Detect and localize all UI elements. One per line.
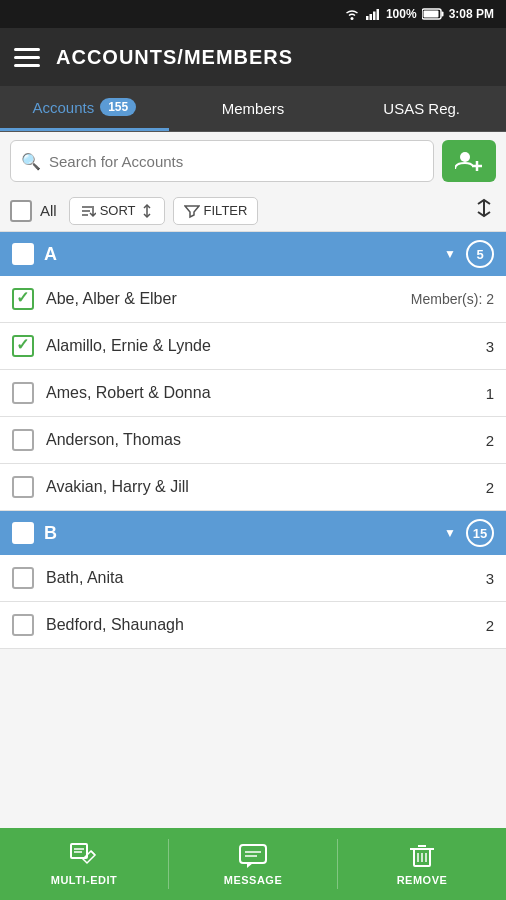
section-a-letter: A <box>44 244 432 265</box>
sort-icon <box>80 203 96 219</box>
list-item: Alamillo, Ernie & Lynde 3 <box>0 323 506 370</box>
time-text: 3:08 PM <box>449 7 494 21</box>
trash-icon <box>407 842 437 870</box>
sort-button[interactable]: SORT <box>69 197 165 225</box>
list-item: Avakian, Harry & Jill 2 <box>0 464 506 511</box>
account-checkbox-ames[interactable] <box>12 382 34 404</box>
account-count-anderson: 2 <box>486 432 494 449</box>
sort-direction-icon <box>140 203 154 219</box>
tab-accounts[interactable]: Accounts 155 <box>0 86 169 131</box>
signal-icon <box>365 7 381 21</box>
svg-line-18 <box>91 851 95 855</box>
section-a-header: A ▼ 5 <box>0 232 506 276</box>
search-input[interactable] <box>49 153 423 170</box>
list-item: Bedford, Shaunagh 2 <box>0 602 506 649</box>
message-label: MESSAGE <box>224 874 283 886</box>
section-a-count: 5 <box>466 240 494 268</box>
tab-accounts-label: Accounts <box>32 99 94 116</box>
tabs-bar: Accounts 155 Members USAS Reg. <box>0 86 506 132</box>
account-name-ames: Ames, Robert & Donna <box>46 384 474 402</box>
filter-icon <box>184 203 200 219</box>
account-members-abe: Member(s): 2 <box>411 291 494 307</box>
account-count-ames: 1 <box>486 385 494 402</box>
section-b-checkbox[interactable] <box>12 522 34 544</box>
section-b-header: B ▼ 15 <box>0 511 506 555</box>
account-count-bedford: 2 <box>486 617 494 634</box>
message-icon <box>238 842 268 870</box>
filter-label: FILTER <box>204 203 248 218</box>
account-checkbox-alamillo[interactable] <box>12 335 34 357</box>
section-b-letter: B <box>44 523 432 544</box>
account-checkbox-abe[interactable] <box>12 288 34 310</box>
remove-button[interactable]: REMOVE <box>338 828 506 900</box>
svg-rect-19 <box>240 845 266 863</box>
list-item: Ames, Robert & Donna 1 <box>0 370 506 417</box>
account-name-alamillo: Alamillo, Ernie & Lynde <box>46 337 474 355</box>
svg-rect-15 <box>71 844 87 858</box>
all-label: All <box>40 202 57 219</box>
account-checkbox-avakian[interactable] <box>12 476 34 498</box>
add-account-icon <box>455 149 483 173</box>
select-all-checkbox[interactable] <box>10 200 32 222</box>
header-title: ACCOUNTS/MEMBERS <box>56 46 293 69</box>
tab-members[interactable]: Members <box>169 86 338 131</box>
svg-rect-3 <box>373 12 376 21</box>
account-name-abe: Abe, Alber & Elber <box>46 290 399 308</box>
svg-rect-1 <box>366 16 369 20</box>
toolbar-row: All SORT FILTER <box>0 190 506 232</box>
filter-button[interactable]: FILTER <box>173 197 259 225</box>
search-bar: 🔍 <box>0 132 506 190</box>
battery-icon <box>422 7 444 21</box>
battery-text: 100% <box>386 7 417 21</box>
section-a-checkbox[interactable] <box>12 243 34 265</box>
svg-rect-2 <box>369 14 372 20</box>
svg-rect-6 <box>441 12 443 17</box>
tab-usas-label: USAS Reg. <box>383 100 460 117</box>
account-checkbox-anderson[interactable] <box>12 429 34 451</box>
bottom-action-bar: MULTI-EDIT MESSAGE REMOVE <box>0 828 506 900</box>
account-count-alamillo: 3 <box>486 338 494 355</box>
list-item: Anderson, Thomas 2 <box>0 417 506 464</box>
menu-button[interactable] <box>14 48 40 67</box>
add-account-button[interactable] <box>442 140 496 182</box>
message-button[interactable]: MESSAGE <box>169 828 337 900</box>
svg-point-8 <box>460 152 470 162</box>
collapse-button[interactable] <box>472 196 496 225</box>
tab-members-label: Members <box>222 100 285 117</box>
multi-edit-button[interactable]: MULTI-EDIT <box>0 828 168 900</box>
collapse-icon <box>472 196 496 220</box>
status-bar: 100% 3:08 PM <box>0 0 506 28</box>
account-name-bath: Bath, Anita <box>46 569 474 587</box>
section-b-arrow: ▼ <box>444 526 456 540</box>
wifi-icon <box>344 7 360 21</box>
svg-rect-7 <box>423 11 438 18</box>
search-input-wrapper: 🔍 <box>10 140 434 182</box>
sort-label: SORT <box>100 203 136 218</box>
account-checkbox-bedford[interactable] <box>12 614 34 636</box>
multi-edit-icon <box>69 842 99 870</box>
tab-accounts-badge: 155 <box>100 98 136 116</box>
list-item: Bath, Anita 3 <box>0 555 506 602</box>
account-name-avakian: Avakian, Harry & Jill <box>46 478 474 496</box>
section-b-count: 15 <box>466 519 494 547</box>
multi-edit-label: MULTI-EDIT <box>51 874 118 886</box>
account-count-avakian: 2 <box>486 479 494 496</box>
search-icon: 🔍 <box>21 152 41 171</box>
tab-usas[interactable]: USAS Reg. <box>337 86 506 131</box>
header: ACCOUNTS/MEMBERS <box>0 28 506 86</box>
list-item: Abe, Alber & Elber Member(s): 2 <box>0 276 506 323</box>
section-a-arrow: ▼ <box>444 247 456 261</box>
remove-label: REMOVE <box>397 874 448 886</box>
account-name-bedford: Bedford, Shaunagh <box>46 616 474 634</box>
svg-point-0 <box>350 17 353 20</box>
account-count-bath: 3 <box>486 570 494 587</box>
account-checkbox-bath[interactable] <box>12 567 34 589</box>
svg-rect-4 <box>376 9 379 20</box>
account-name-anderson: Anderson, Thomas <box>46 431 474 449</box>
